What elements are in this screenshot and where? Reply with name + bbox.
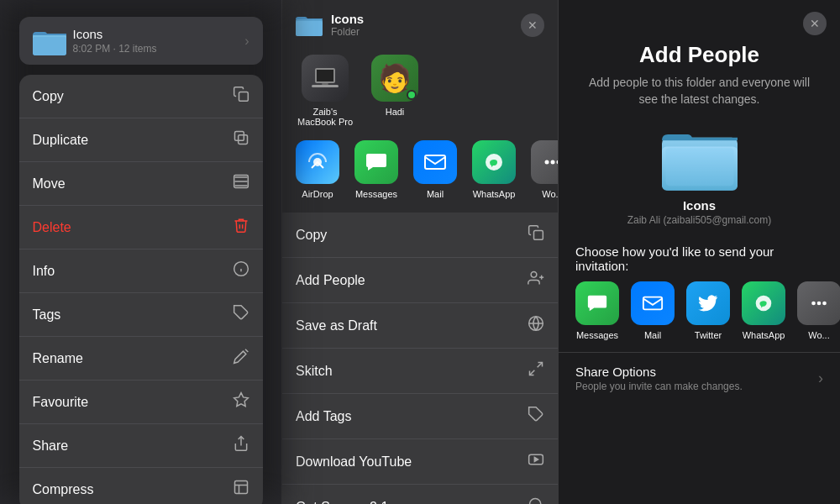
svg-rect-27 (534, 231, 543, 240)
svg-rect-4 (238, 135, 247, 144)
invite-more-icon (797, 281, 840, 325)
svg-line-11 (245, 349, 248, 352)
invite-twitter-label: Twitter (695, 330, 722, 340)
app-whatsapp[interactable]: WhatsApp (472, 140, 516, 199)
svg-point-25 (551, 160, 555, 165)
share-folder-info: Icons Folder (296, 12, 364, 38)
menu-item-move[interactable]: Move (19, 162, 263, 206)
svg-rect-14 (234, 481, 247, 494)
whatsapp-label: WhatsApp (473, 189, 516, 199)
share-actions-list: Copy Add People Save as Draf (282, 213, 558, 504)
svg-point-24 (545, 160, 549, 165)
svg-rect-19 (312, 85, 339, 87)
invite-messages-label: Messages (576, 330, 618, 340)
invite-apps-row: Messages Mail Twitter (559, 281, 840, 352)
mail-icon (413, 140, 457, 184)
svg-point-48 (817, 302, 822, 306)
context-menu-panel: Icons 8:02 PM · 12 items › Copy Duplicat… (0, 0, 281, 504)
mail-label: Mail (427, 189, 444, 199)
messages-label: Messages (355, 189, 397, 199)
more-icon (531, 140, 558, 184)
svg-point-26 (557, 160, 559, 165)
menu-item-favourite[interactable]: Favourite (19, 381, 263, 424)
menu-item-duplicate[interactable]: Duplicate (19, 118, 263, 162)
app-mail[interactable]: Mail (413, 140, 457, 199)
context-menu: Copy Duplicate (19, 75, 263, 504)
menu-item-copy[interactable]: Copy (19, 75, 263, 118)
airdrop-icon (296, 140, 339, 184)
whatsapp-icon (472, 140, 516, 184)
invite-app-mail[interactable]: Mail (631, 281, 675, 340)
action-get-sauce[interactable]: Get Sauce v2.1 (282, 485, 558, 504)
app-messages[interactable]: Messages (354, 140, 398, 199)
share-icon (233, 435, 249, 456)
chevron-right-icon: › (244, 34, 249, 49)
invite-messages-icon (575, 281, 619, 325)
invite-app-twitter[interactable]: Twitter (686, 281, 730, 340)
svg-marker-12 (234, 393, 248, 407)
svg-point-38 (530, 499, 541, 505)
online-indicator (407, 90, 417, 100)
favourite-icon (233, 391, 249, 412)
share-sheet-panel: Icons Folder ✕ Zaib's MacBook Pro 🧑 (281, 0, 559, 504)
action-download-youtube[interactable]: Download YouTube (282, 439, 558, 485)
duplicate-icon (233, 129, 249, 150)
menu-item-delete[interactable]: Delete (19, 206, 263, 249)
invite-app-messages[interactable]: Messages (575, 281, 619, 340)
action-skitch-icon (528, 360, 544, 381)
invite-app-more[interactable]: Wo... (797, 281, 840, 340)
share-options-subtitle: People you invite can make changes. (575, 381, 743, 392)
action-add-people-icon (528, 270, 544, 291)
app-more[interactable]: Wo... (531, 140, 558, 199)
svg-rect-3 (239, 92, 248, 102)
airdrop-label: AirDrop (302, 189, 333, 199)
add-people-close-button[interactable]: ✕ (803, 12, 827, 35)
close-button[interactable]: ✕ (521, 13, 544, 37)
svg-rect-20 (322, 83, 328, 85)
macbook-avatar (302, 55, 349, 102)
action-copy-icon (528, 224, 544, 245)
menu-item-share[interactable]: Share (19, 424, 263, 468)
action-youtube-icon (528, 451, 544, 472)
folder-item[interactable]: Icons 8:02 PM · 12 items › (19, 17, 263, 65)
invite-label: Choose how you'd like to send your invit… (559, 233, 840, 281)
device-macbook-name: Zaib's MacBook Pro (296, 107, 354, 127)
device-hadi-name: Hadi (386, 107, 405, 117)
svg-rect-2 (33, 37, 66, 55)
menu-item-tags[interactable]: Tags (19, 293, 263, 337)
device-hadi[interactable]: 🧑 Hadi (371, 55, 418, 127)
svg-point-49 (822, 302, 827, 306)
action-save-draft[interactable]: Save as Draft (282, 303, 558, 349)
action-skitch[interactable]: Skitch (282, 349, 558, 394)
device-macbook[interactable]: Zaib's MacBook Pro (296, 55, 354, 127)
invite-whatsapp-icon (742, 281, 785, 325)
preview-folder-name: Icons (683, 198, 716, 213)
menu-item-info[interactable]: Info (19, 249, 263, 293)
svg-point-47 (811, 302, 816, 306)
svg-rect-44 (665, 148, 733, 186)
invite-more-label: Wo... (808, 330, 829, 340)
invite-app-whatsapp[interactable]: WhatsApp (742, 281, 785, 340)
menu-item-rename[interactable]: Rename (19, 337, 263, 381)
folder-preview: Icons Zaib Ali (zaibali505@gmail.com) (559, 114, 840, 233)
invite-twitter-icon (686, 281, 730, 325)
svg-rect-5 (234, 132, 244, 141)
action-copy[interactable]: Copy (282, 213, 558, 258)
panel1-content: Icons 8:02 PM · 12 items › Copy Duplicat… (0, 17, 281, 504)
menu-item-compress[interactable]: Compress (19, 468, 263, 504)
action-add-people[interactable]: Add People (282, 258, 558, 303)
move-icon (233, 173, 249, 194)
share-options-text: Share Options People you invite can make… (575, 365, 743, 392)
delete-icon (233, 217, 249, 238)
share-options-chevron-icon: › (818, 370, 823, 387)
share-options-row[interactable]: Share Options People you invite can make… (559, 352, 840, 404)
share-folder-text: Icons Folder (331, 12, 364, 38)
add-people-title: Add People (559, 35, 840, 68)
action-add-tags[interactable]: Add Tags (282, 394, 558, 439)
action-add-tags-icon (528, 406, 544, 427)
rename-icon (233, 348, 249, 369)
action-save-draft-icon (528, 315, 544, 336)
svg-rect-45 (643, 297, 662, 310)
app-airdrop[interactable]: AirDrop (296, 140, 339, 199)
devices-row: Zaib's MacBook Pro 🧑 Hadi (282, 46, 558, 140)
